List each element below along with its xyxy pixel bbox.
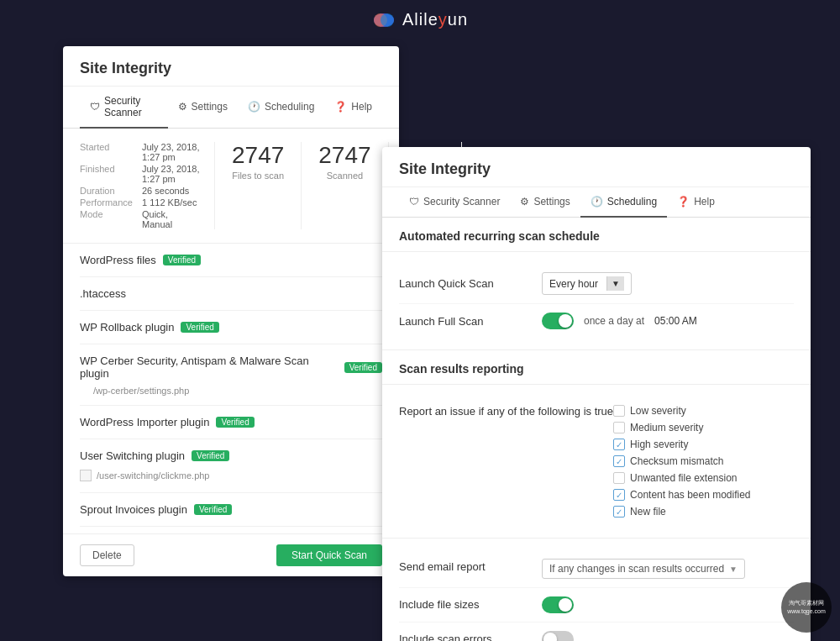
warn-checkbox[interactable] — [80, 470, 92, 481]
scan-schedule-section: Launch Quick Scan Every hour ▼ Launch Fu… — [382, 252, 811, 350]
verified-badge: Verified — [216, 417, 254, 428]
top-bar: Alileyun — [0, 0, 840, 36]
group-wordpress-files: WordPress files Verified — [80, 250, 382, 270]
scan-schedule-title: Automated recurring scan schedule — [382, 218, 811, 252]
full-scan-control: once a day at 05:00 AM — [542, 313, 697, 329]
delete-button[interactable]: Delete — [80, 544, 134, 566]
verified-badge: Verified — [192, 450, 229, 461]
toggle-thumb-errors — [543, 633, 557, 641]
verified-badge: Verified — [194, 504, 232, 515]
tab-settings-label: Settings — [192, 101, 228, 113]
cb-medium-severity[interactable]: Medium severity — [613, 422, 750, 433]
full-scan-time-value: 05:00 AM — [654, 315, 697, 327]
include-sizes-label: Include file sizes — [399, 596, 542, 611]
tab-scheduling-front[interactable]: 🕐 Scheduling — [580, 187, 667, 218]
list-item: WordPress files Verified — [80, 244, 382, 277]
files-to-scan-label: Files to scan — [232, 171, 284, 181]
performance-label: Performance — [80, 197, 139, 208]
cb-modified[interactable]: Content has been modified — [613, 489, 750, 501]
cb-high-label: High severity — [630, 439, 688, 450]
tab-settings[interactable]: ⚙ Settings — [168, 87, 238, 129]
report-checkboxes-row: Report an issue if any of the following … — [399, 397, 794, 526]
back-panel-footer: Delete Start Quick Scan — [63, 533, 399, 576]
cb-medium-label: Medium severity — [630, 422, 703, 433]
send-email-arrow-icon: ▼ — [729, 565, 738, 574]
tab-security-scanner[interactable]: 🛡 Security Scanner — [80, 87, 168, 129]
finished-value: July 23, 2018, 1:27 pm — [142, 164, 201, 184]
send-email-dropdown[interactable]: If any changes in scan results occurred … — [542, 559, 745, 579]
files-to-scan-number: 2747 — [232, 142, 284, 169]
email-reporting-section: Send email report If any changes in scan… — [382, 539, 811, 641]
report-condition-label: Report an issue if any of the following … — [399, 405, 613, 418]
send-email-value: If any changes in scan results occurred — [549, 563, 724, 575]
quick-scan-dropdown[interactable]: Every hour ▼ — [542, 272, 632, 295]
cb-low-label: Low severity — [630, 405, 686, 417]
cb-low-icon — [613, 405, 625, 417]
cb-newfile-label: New file — [630, 506, 666, 518]
toggle-thumb-sizes — [559, 598, 572, 612]
cb-newfile-icon — [613, 506, 625, 518]
include-sizes-toggle[interactable] — [542, 596, 574, 613]
cb-checksum[interactable]: Checksum mismatch — [613, 455, 750, 467]
mode-value: Quick, Manual — [142, 209, 201, 229]
cb-high-severity[interactable]: High severity — [613, 439, 750, 450]
dropdown-arrow-icon[interactable]: ▼ — [606, 276, 624, 291]
duration-value: 26 seconds — [142, 186, 189, 196]
tab-settings-front[interactable]: ⚙ Settings — [510, 187, 580, 218]
cb-new-file[interactable]: New file — [613, 506, 750, 518]
front-panel: Site Integrity 🛡 Security Scanner ⚙ Sett… — [382, 147, 811, 641]
include-errors-label: Include scan errors — [399, 631, 542, 641]
cb-modified-label: Content has been modified — [630, 489, 750, 501]
front-panel-title: Site Integrity — [382, 147, 811, 187]
logo-icon — [372, 11, 396, 29]
scan-meta: StartedJuly 23, 2018, 1:27 pm FinishedJu… — [80, 142, 214, 229]
group-importer: WordPress Importer plugin Verified — [80, 412, 382, 432]
back-panel-title: Site Integrity — [63, 46, 399, 87]
full-scan-time-label: once a day at — [584, 315, 644, 327]
tab-help[interactable]: ❓ Help — [324, 87, 382, 129]
include-errors-toggle[interactable] — [542, 631, 574, 641]
cb-unwanted[interactable]: Unwanted file extension — [613, 472, 750, 484]
mode-label: Mode — [80, 209, 139, 229]
settings-icon-front: ⚙ — [520, 196, 529, 208]
reporting-section: Report an issue if any of the following … — [382, 385, 811, 539]
finished-label: Finished — [80, 164, 139, 184]
scan-list: WordPress files Verified .htaccess WP Ro… — [63, 244, 399, 527]
shield-icon: 🛡 — [90, 101, 100, 113]
tab-help-front[interactable]: ❓ Help — [667, 187, 725, 218]
quick-scan-row: Launch Quick Scan Every hour ▼ — [399, 264, 794, 304]
cb-unwanted-icon — [613, 472, 625, 484]
tab-scheduling[interactable]: 🕐 Scheduling — [238, 87, 324, 129]
cb-medium-icon — [613, 422, 625, 433]
performance-value: 1 112 KB/sec — [142, 197, 197, 208]
list-item: User Switching plugin Verified /user-swi… — [80, 439, 382, 493]
clock-icon: 🕐 — [248, 101, 260, 113]
start-quick-scan-button[interactable]: Start Quick Scan — [276, 544, 382, 566]
full-scan-row: Launch Full Scan once a day at 05:00 AM — [399, 304, 794, 338]
shield-icon-front: 🛡 — [409, 196, 419, 208]
watermark: 淘气哥素材网www.tqge.com — [781, 582, 832, 633]
group-cerber: WP Cerber Security, Antispam & Malware S… — [80, 351, 382, 383]
back-panel-tabs: 🛡 Security Scanner ⚙ Settings 🕐 Scheduli… — [63, 87, 399, 129]
help-icon: ❓ — [334, 101, 347, 113]
quick-scan-value: Every hour — [549, 278, 598, 290]
full-scan-toggle[interactable] — [542, 313, 574, 329]
send-email-label: Send email report — [399, 559, 542, 573]
checkboxes-group: Low severity Medium severity High severi… — [613, 405, 750, 518]
front-panel-tabs: 🛡 Security Scanner ⚙ Settings 🕐 Scheduli… — [382, 187, 811, 218]
tab-help-label: Help — [351, 101, 372, 113]
verified-badge: Verified — [344, 362, 382, 373]
tab-security-scanner-front[interactable]: 🛡 Security Scanner — [399, 187, 510, 218]
logo-accent: y — [438, 10, 448, 29]
stat-scanned: 2747 Scanned — [301, 142, 387, 229]
quick-scan-label: Launch Quick Scan — [399, 277, 542, 290]
stats-row: StartedJuly 23, 2018, 1:27 pm FinishedJu… — [63, 129, 399, 244]
include-errors-row: Include scan errors — [399, 623, 794, 641]
verified-badge: Verified — [163, 255, 201, 265]
cb-checksum-icon — [613, 455, 625, 467]
user-switching-file-warn: /user-switching/clickme.php — [80, 465, 382, 486]
group-user-switching: User Switching plugin Verified — [80, 446, 382, 465]
cb-unwanted-label: Unwanted file extension — [630, 472, 737, 484]
list-item: .htaccess — [80, 277, 382, 311]
cb-low-severity[interactable]: Low severity — [613, 405, 750, 417]
